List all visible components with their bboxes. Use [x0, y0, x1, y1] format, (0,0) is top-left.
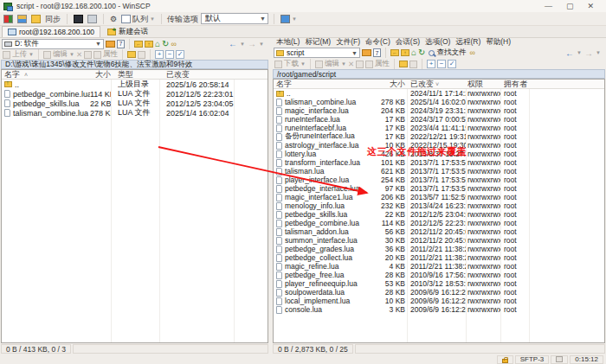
- column-header-name[interactable]: 名字: [274, 79, 374, 90]
- file-row[interactable]: console.lua3 KB2009/6/9 16:12:25rwxrwxrw…: [274, 305, 604, 314]
- minimize-button[interactable]: —: [545, 3, 552, 10]
- column-header-owner[interactable]: 拥有者: [504, 79, 604, 90]
- download-button[interactable]: 下载: [284, 59, 299, 69]
- remote-dir-combo[interactable]: script ▼: [274, 48, 360, 58]
- collapse-icon[interactable]: −: [165, 50, 174, 59]
- preferences-button[interactable]: ⚙: [109, 13, 118, 25]
- file-row[interactable]: summon_interface.lua30 KB2012/11/2 20:45…: [274, 236, 604, 245]
- file-row[interactable]: talisman_addon.lua56 KB2012/11/2 20:45:0…: [274, 227, 604, 236]
- swap-panels-icon: [17, 15, 27, 23]
- column-header-changed[interactable]: 已改变: [166, 69, 268, 80]
- back-folder-icon[interactable]: ←: [390, 49, 399, 56]
- back-arrow-icon[interactable]: ←: [565, 48, 574, 58]
- forward-arrow-icon[interactable]: →: [584, 48, 593, 58]
- file-row[interactable]: petbedge_free.lua28 KB2010/9/16 17:56:25…: [274, 271, 604, 279]
- delete-button[interactable]: ✕: [348, 60, 354, 68]
- home-icon[interactable]: ⌂: [155, 40, 160, 48]
- symlink-icon[interactable]: ∞: [171, 40, 176, 48]
- file-row[interactable]: player_interface.lua254 KB2013/7/1 17:53…: [274, 176, 604, 184]
- open-directory-icon[interactable]: [106, 41, 115, 48]
- file-row[interactable]: petbedge_interface.lua97 KB2013/7/1 17:5…: [274, 184, 604, 193]
- select-checkbox-icon[interactable]: ✓: [176, 50, 184, 59]
- file-rights-cell: rwxrwxrwx: [467, 201, 500, 210]
- symlink-icon[interactable]: ∞: [469, 48, 474, 57]
- security-cell[interactable]: [497, 355, 513, 364]
- remote-status-filler: [355, 344, 605, 354]
- refresh-icon[interactable]: ↻: [162, 40, 169, 48]
- session-color-button[interactable]: ▼: [280, 13, 298, 25]
- session-tab[interactable]: root@192.168.200.100: [2, 26, 100, 37]
- edit-button[interactable]: 编辑: [325, 59, 339, 69]
- file-row[interactable]: petbedge_collect.lua20 KB2011/2/21 11:38…: [274, 253, 604, 262]
- column-header-size[interactable]: 大小: [90, 69, 111, 80]
- file-row[interactable]: petbedge_combine.lua114 KB2012/12/5 22:2…: [274, 219, 604, 227]
- new-folder-icon[interactable]: [127, 51, 136, 58]
- file-size-cell: 278 KB: [374, 98, 405, 106]
- column-header-size[interactable]: 大小: [374, 79, 405, 90]
- console-button[interactable]: [73, 13, 84, 25]
- open-directory-icon[interactable]: [362, 49, 371, 56]
- file-row[interactable]: magic_refine.lua4 KB2011/2/21 11:38:25rw…: [274, 262, 604, 271]
- file-row[interactable]: ..2024/11/1 17:14:26rwxrwxrwxroot: [274, 89, 604, 98]
- delete-button[interactable]: ✕: [76, 50, 82, 59]
- up-folder-icon[interactable]: ↑: [401, 49, 409, 56]
- queue-button[interactable]: 队列 ▼: [120, 13, 156, 25]
- expand-icon[interactable]: +: [155, 50, 164, 59]
- home-icon[interactable]: ⌂: [411, 48, 416, 57]
- maximize-button[interactable]: ▢: [566, 3, 574, 10]
- forward-arrow-icon[interactable]: →: [248, 39, 256, 48]
- file-row[interactable]: magic_interface1.lua206 KB2013/5/7 11:52…: [274, 193, 604, 201]
- file-row[interactable]: player_refineequip.lua53 KB2010/3/12 18:…: [274, 279, 604, 288]
- file-changed-cell: 2011/2/21 11:38:25: [410, 245, 466, 253]
- file-owner-cell: root: [504, 305, 604, 314]
- file-row[interactable]: runeInterface.lua17 KB2024/3/17 0:00:57r…: [274, 115, 604, 124]
- properties-button[interactable]: 属性: [103, 49, 118, 60]
- file-row[interactable]: menology_info.lua232 KB2013/4/24 16:23:1…: [274, 201, 604, 210]
- up-folder-icon[interactable]: ↑: [145, 41, 153, 48]
- file-row[interactable]: transform_interface.lua101 KB2013/7/1 17…: [274, 158, 604, 167]
- file-row[interactable]: local_implement.lua10 KB2009/6/9 16:12:2…: [274, 297, 604, 305]
- upload-button[interactable]: 上传: [12, 49, 27, 60]
- session-button[interactable]: [87, 13, 98, 25]
- refresh-icon[interactable]: ↻: [418, 48, 425, 57]
- file-owner-cell: root: [504, 141, 604, 150]
- file-row[interactable]: talisman.lua621 KB2013/7/1 17:53:56rwxrw…: [274, 167, 604, 176]
- properties-button[interactable]: 属性: [375, 59, 390, 69]
- file-row[interactable]: petbedge_grades.lua36 KB2011/2/21 11:38:…: [274, 245, 604, 253]
- remote-path-bar[interactable]: /root/gamed/script: [273, 69, 605, 79]
- calculate-size-icon[interactable]: 7: [373, 48, 381, 57]
- new-file-icon[interactable]: [409, 61, 417, 68]
- file-rights-cell: rwxrwxrwx: [467, 158, 500, 167]
- swap-panels-button[interactable]: [16, 13, 28, 25]
- new-folder-icon[interactable]: [399, 61, 408, 67]
- file-row[interactable]: 备份runeInterface.lua17 KB2022/12/21 19:31…: [274, 132, 604, 141]
- back-folder-icon[interactable]: ←: [134, 41, 143, 48]
- file-name-cell: magic_interface1.lua: [274, 193, 374, 201]
- find-files-button[interactable]: 查找文件: [427, 48, 467, 58]
- select-checkbox-icon[interactable]: ✓: [448, 60, 456, 68]
- file-row[interactable]: talisman_combine.lua278 KB2025/1/4 16:02…: [274, 98, 604, 106]
- calculate-size-icon[interactable]: 7: [117, 40, 125, 48]
- file-row[interactable]: petbedge_skills.lua22 KB2012/12/5 23:04:…: [274, 210, 604, 219]
- file-row[interactable]: talisman_combine.lua278 KBLUA 文件2025/1/4…: [2, 108, 268, 118]
- computer-icon: [8, 29, 16, 35]
- close-button[interactable]: ✕: [587, 3, 594, 10]
- column-header-changed[interactable]: 已改变˅: [410, 79, 466, 90]
- transfer-settings-combo[interactable]: 默认 ▼: [201, 13, 268, 24]
- sync-browsing-button[interactable]: [30, 13, 42, 25]
- edit-button[interactable]: 编辑: [53, 49, 68, 60]
- column-header-name[interactable]: 名字˄: [2, 69, 90, 80]
- synchronize-button[interactable]: 同步: [44, 13, 61, 25]
- local-drive-combo[interactable]: D: 软件 ▼: [2, 39, 104, 49]
- new-file-icon[interactable]: [138, 51, 145, 59]
- protocol-cell[interactable]: SFTP-3: [515, 355, 550, 364]
- file-row[interactable]: soulpowerdata.lua28 KB2009/6/9 16:12:25r…: [274, 288, 604, 297]
- expand-icon[interactable]: +: [427, 60, 435, 68]
- column-header-rights[interactable]: 权限: [467, 79, 500, 90]
- back-arrow-icon[interactable]: ←: [229, 39, 237, 48]
- commander-layout-button[interactable]: [3, 13, 14, 25]
- local-path-bar[interactable]: D:\游戏\诛仙1345\修改文件\宠物6技能、法宝激励和9特效: [1, 60, 268, 69]
- file-row[interactable]: magic_interface.lua204 KB2024/3/19 23:31…: [274, 106, 604, 115]
- collapse-icon[interactable]: −: [437, 60, 446, 68]
- new-session-tab[interactable]: 新建会话: [102, 26, 153, 37]
